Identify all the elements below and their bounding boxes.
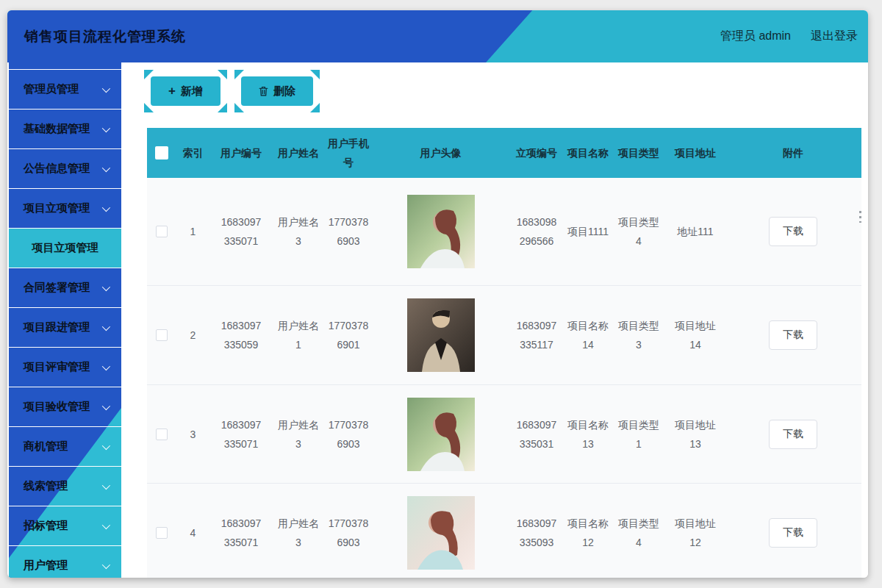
sidebar-item-project-initiation-management[interactable]: 项目立项管理 <box>9 189 121 228</box>
user-avatar-photo <box>407 398 475 471</box>
table-header-row: 索引 用户编号 用户姓名 用户手机号 用户头像 立项编号 项目名称 项目类型 项… <box>147 128 861 178</box>
top-header-bar: 销售项目流程化管理系统 管理员 admin 退出登录 <box>7 10 868 62</box>
cell-user-no: 1683097335071 <box>209 212 273 251</box>
toolbar: + 新增 删除 <box>151 76 313 106</box>
cell-project-addr: 地址111 <box>666 222 725 241</box>
cell-phone: 17703786903 <box>324 514 373 552</box>
download-button[interactable]: 下载 <box>769 217 817 246</box>
cell-project-no: 1683097335117 <box>509 316 564 354</box>
sidebar-item-project-acceptance-management[interactable]: 项目验收管理 <box>9 387 121 426</box>
corner-wing-decoration <box>310 103 320 112</box>
download-button[interactable]: 下载 <box>769 420 817 449</box>
col-header-user-no: 用户编号 <box>209 143 273 162</box>
add-button[interactable]: + 新增 <box>151 76 220 106</box>
select-all-checkbox[interactable] <box>155 146 168 159</box>
cell-phone: 17703786901 <box>324 316 373 354</box>
cell-project-addr: 项目地址14 <box>666 316 725 354</box>
data-table: 索引 用户编号 用户姓名 用户手机号 用户头像 立项编号 项目名称 项目类型 项… <box>147 128 861 578</box>
cell-user-no: 1683097335071 <box>209 514 273 552</box>
corner-wing-decoration <box>144 70 154 79</box>
corner-wing-decoration <box>218 70 227 79</box>
cell-user-name: 用户姓名1 <box>273 316 324 354</box>
chevron-down-icon <box>102 322 110 330</box>
cell-project-name: 项目名称12 <box>564 514 612 552</box>
corner-wing-decoration <box>310 70 320 79</box>
cell-project-addr: 项目地址12 <box>666 514 725 552</box>
cell-project-name: 项目1111 <box>564 222 612 241</box>
cell-project-type: 项目类型4 <box>612 514 666 552</box>
user-avatar-photo <box>407 496 475 570</box>
chevron-down-icon <box>102 401 110 409</box>
app-title: 销售项目流程化管理系统 <box>24 10 186 62</box>
plus-icon: + <box>168 84 176 98</box>
trash-icon <box>259 86 268 96</box>
header-right-area: 管理员 admin 退出登录 <box>720 10 858 62</box>
table-row: 3 1683097335071 用户姓名3 17703786903 168309… <box>147 385 861 484</box>
download-button[interactable]: 下载 <box>769 518 817 548</box>
cell-project-addr: 项目地址13 <box>666 415 725 453</box>
col-header-index: 索引 <box>176 143 209 162</box>
delete-button[interactable]: 删除 <box>241 76 313 106</box>
row-checkbox[interactable] <box>156 329 168 341</box>
add-button-label: 新增 <box>181 85 203 98</box>
corner-wing-decoration <box>218 103 227 112</box>
table-row: 2 1683097335059 用户姓名1 17703786901 <box>147 286 861 385</box>
cell-index: 3 <box>176 425 209 444</box>
user-avatar-photo <box>407 298 475 372</box>
cell-project-no: 1683097335031 <box>509 415 564 453</box>
logout-button[interactable]: 退出登录 <box>811 29 858 44</box>
col-header-avatar: 用户头像 <box>373 143 509 162</box>
col-header-phone: 用户手机号 <box>324 134 373 172</box>
row-checkbox[interactable] <box>156 429 168 440</box>
chevron-down-icon <box>102 123 110 132</box>
cell-user-name: 用户姓名3 <box>273 415 324 453</box>
cell-project-type: 项目类型1 <box>612 415 666 453</box>
sidebar-item-project-followup-management[interactable]: 项目跟进管理 <box>9 308 121 347</box>
cell-project-no: 1683097335093 <box>509 514 564 552</box>
corner-wing-decoration <box>234 70 244 79</box>
cell-project-name: 项目名称14 <box>564 316 612 354</box>
row-checkbox[interactable] <box>156 527 168 539</box>
sidebar-subitem-project-initiation-management-active[interactable]: 项目立项管理 <box>9 229 121 268</box>
col-header-project-no: 立项编号 <box>509 143 564 162</box>
chevron-down-icon <box>102 282 110 290</box>
col-header-project-name: 项目名称 <box>564 143 612 162</box>
cell-index: 1 <box>176 222 209 241</box>
main-content: + 新增 删除 索引 用户编号 用户姓名 用户手 <box>147 62 868 578</box>
delete-button-label: 删除 <box>273 85 295 98</box>
cell-index: 2 <box>176 326 209 345</box>
current-user-label[interactable]: 管理员 admin <box>720 29 791 44</box>
col-header-user-name: 用户姓名 <box>273 143 324 162</box>
sidebar-item-project-review-management[interactable]: 项目评审管理 <box>9 348 121 387</box>
cell-project-type: 项目类型3 <box>612 316 666 354</box>
cell-user-name: 用户姓名3 <box>273 514 324 552</box>
sidebar-item-contract-signing-management[interactable]: 合同签署管理 <box>9 268 121 307</box>
cell-user-no: 1683097335059 <box>209 316 273 354</box>
col-header-project-type: 项目类型 <box>612 143 666 162</box>
chevron-down-icon <box>102 84 110 92</box>
sidebar-item-notice-info-management[interactable]: 公告信息管理 <box>9 149 121 188</box>
col-header-project-addr: 项目地址 <box>666 143 725 162</box>
table-row: 4 1683097335071 用户姓名3 17703786903 168309… <box>147 484 861 578</box>
clipped-next-column-hint <box>859 211 861 223</box>
download-button[interactable]: 下载 <box>769 320 817 350</box>
col-header-attachment: 附件 <box>725 143 861 162</box>
cell-phone: 17703786903 <box>324 212 373 251</box>
cell-project-name: 项目名称13 <box>564 415 612 453</box>
cell-project-no: 1683098296566 <box>509 212 564 251</box>
chevron-down-icon <box>102 362 110 370</box>
cell-phone: 17703786903 <box>324 415 373 453</box>
corner-wing-decoration <box>144 103 154 112</box>
corner-wing-decoration <box>234 103 244 112</box>
sidebar-item-base-data-management[interactable]: 基础数据管理 <box>9 110 121 148</box>
cell-user-no: 1683097335071 <box>209 415 273 453</box>
chevron-down-icon <box>102 203 110 211</box>
app-window: 销售项目流程化管理系统 管理员 admin 退出登录 管理员管理 基础数据管理 … <box>7 10 868 578</box>
row-checkbox[interactable] <box>156 226 168 237</box>
user-avatar-photo <box>407 195 475 268</box>
chevron-down-icon <box>102 163 110 171</box>
table-row: 1 1683097335071 用户姓名3 17703786903 168309… <box>147 178 861 286</box>
cell-user-name: 用户姓名3 <box>273 212 324 251</box>
sidebar-item-admin-management[interactable]: 管理员管理 <box>9 70 121 109</box>
cell-project-type: 项目类型4 <box>612 212 666 251</box>
